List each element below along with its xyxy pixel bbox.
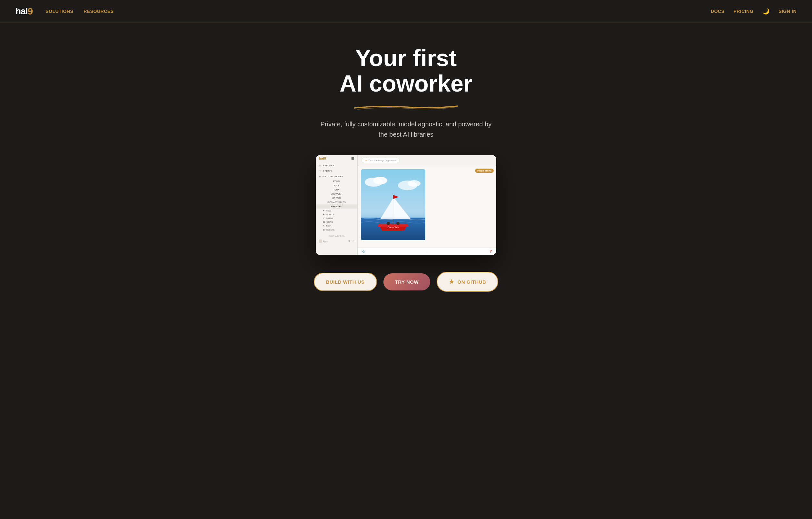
stats-icon: ▦ xyxy=(323,221,325,223)
sidebar-coworker-browser[interactable]: BROWSER xyxy=(316,192,357,196)
share-icon: ↗ xyxy=(323,217,325,219)
hero-buttons: BUILD WITH US TRY NOW ★ ON GITHUB xyxy=(314,272,498,292)
info-icon[interactable]: ⓘ xyxy=(352,240,354,243)
submenu-stats[interactable]: ▦ STATS xyxy=(321,220,357,224)
nav-left: SOLUTIONS RESOURCES xyxy=(46,9,114,14)
sidebar-submenu: ✦ NEW ◈ ASSETS ↗ SHARE ▦ STATS xyxy=(316,209,357,232)
sidebar-footer: Apps ⚙ ⓘ xyxy=(316,238,357,244)
attachment-icon[interactable]: 📎 xyxy=(361,250,365,253)
logo-text: hal xyxy=(16,6,27,17)
submenu-new[interactable]: ✦ NEW xyxy=(321,209,357,212)
svg-point-4 xyxy=(408,180,420,187)
settings-icon[interactable]: ⚙ xyxy=(348,240,350,243)
sidebar-item-coworkers[interactable]: ◈ MY COWORKERS xyxy=(316,174,357,179)
app-bottom-bar: 📎 1 ❓ xyxy=(358,248,496,255)
generated-image: Coca-Cola xyxy=(361,169,425,240)
hero: Your first AI coworker Private, fully cu… xyxy=(0,23,812,308)
sidebar-coworker-flux[interactable]: FLUX xyxy=(316,188,357,192)
logo[interactable]: hal9 xyxy=(16,6,33,17)
new-icon: ✦ xyxy=(323,209,325,212)
dark-mode-icon[interactable]: 🌙 xyxy=(762,8,770,15)
app-topbar: ✦ Describe image to generate xyxy=(358,155,496,166)
people-selling-badge: People selling xyxy=(475,169,494,173)
on-github-button[interactable]: ★ ON GITHUB xyxy=(437,272,498,292)
hamburger-icon[interactable]: ☰ xyxy=(351,157,354,160)
build-with-us-button[interactable]: BUILD WITH US xyxy=(314,273,377,291)
app-preview: hal9 ☰ ⊙ EXPLORE ✦ CREATE ◈ MY COWORKERS… xyxy=(316,155,496,255)
sidebar-coworker-openai[interactable]: OPENAI xyxy=(316,196,357,200)
edit-icon: ✎ xyxy=(323,225,325,227)
prompt-icon: ✦ xyxy=(365,159,367,162)
app-sidebar: hal9 ☰ ⊙ EXPLORE ✦ CREATE ◈ MY COWORKERS… xyxy=(316,155,358,255)
assets-icon: ◈ xyxy=(323,213,324,216)
header: hal9 SOLUTIONS RESOURCES DOCS PRICING 🌙 … xyxy=(0,0,812,23)
try-now-button[interactable]: TRY NOW xyxy=(383,273,431,291)
footer-icons: ⚙ ⓘ xyxy=(348,240,354,243)
bottom-left-icons: 📎 xyxy=(361,250,365,253)
apps-icon xyxy=(319,240,322,243)
app-content-area: People selling xyxy=(358,166,496,248)
logo-nine: 9 xyxy=(27,6,33,17)
hero-subtitle: Private, fully customizable, model agnos… xyxy=(316,119,496,140)
nav-docs[interactable]: DOCS xyxy=(711,9,724,14)
hero-title-line2: AI coworker xyxy=(340,71,472,96)
svg-point-8 xyxy=(387,222,390,225)
app-main: ✦ Describe image to generate People sell… xyxy=(358,155,496,255)
help-icon[interactable]: ❓ xyxy=(489,250,492,253)
title-underline xyxy=(351,104,461,110)
svg-point-2 xyxy=(373,177,387,184)
star-icon: ★ xyxy=(449,278,454,285)
sidebar-item-create[interactable]: ✦ CREATE xyxy=(316,168,357,174)
explore-icon: ⊙ xyxy=(319,164,321,167)
nav-pricing[interactable]: PRICING xyxy=(734,9,754,14)
svg-point-9 xyxy=(396,222,400,225)
hero-title: Your first AI coworker xyxy=(340,45,472,96)
submenu-delete[interactable]: 🗑 DELETE xyxy=(321,228,357,232)
sidebar-coworker-bigmart[interactable]: BIGMART-SALES xyxy=(316,200,357,204)
sidebar-coworker-hal9[interactable]: HAL9 xyxy=(316,183,357,188)
sidebar-apps: Apps xyxy=(319,240,328,243)
svg-text:Coca-Cola: Coca-Cola xyxy=(387,226,399,229)
sidebar-coworker-branded[interactable]: BRANDED xyxy=(316,204,357,209)
sidebar-coworker-echo[interactable]: ECHO xyxy=(316,179,357,183)
submenu-edit[interactable]: ✎ EDIT xyxy=(321,224,357,228)
sidebar-logo: hal9 xyxy=(319,156,326,160)
submenu-assets[interactable]: ◈ ASSETS xyxy=(321,212,357,216)
create-icon: ✦ xyxy=(319,170,321,173)
nav-resources[interactable]: RESOURCES xyxy=(84,9,114,14)
nav-signin[interactable]: SIGN IN xyxy=(779,9,796,14)
coworkers-icon: ◈ xyxy=(319,175,321,178)
sidebar-header: hal9 ☰ xyxy=(316,155,357,163)
hero-title-line1: Your first xyxy=(340,45,472,71)
sidebar-developers-label: // DEVELOPERS xyxy=(316,234,357,238)
nav-right: DOCS PRICING 🌙 SIGN IN xyxy=(711,8,796,15)
prompt-pill[interactable]: ✦ Describe image to generate xyxy=(361,158,400,163)
bottom-center-text: 1 xyxy=(426,250,428,253)
submenu-share[interactable]: ↗ SHARE xyxy=(321,216,357,220)
delete-icon: 🗑 xyxy=(323,228,325,231)
nav-solutions[interactable]: SOLUTIONS xyxy=(46,9,73,14)
sidebar-item-explore[interactable]: ⊙ EXPLORE xyxy=(316,163,357,168)
